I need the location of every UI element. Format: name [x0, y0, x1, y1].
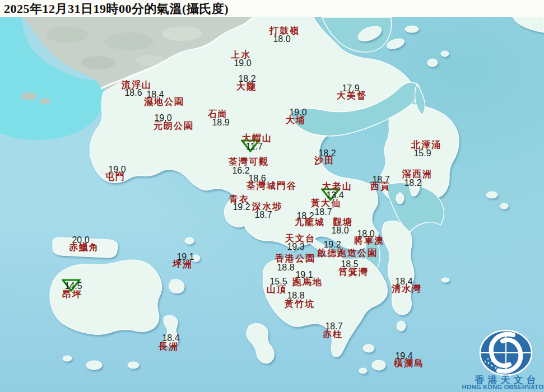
logo-english-text: HONG KONG OBSERVATORY: [451, 384, 544, 390]
soko-islands: [86, 361, 102, 370]
kau-sai-chau-island: [409, 169, 420, 197]
hei-ling-chau-island: [169, 279, 184, 293]
po-toi-island: [363, 344, 374, 352]
ninepin-islands: [486, 192, 497, 198]
lantau-island: [50, 260, 162, 334]
title-bar: 2025年12月31日19時00分的氣溫(攝氏度): [0, 0, 544, 17]
tung-lung-island: [397, 321, 406, 331]
hko-temperature-map-page: 2025年12月31日19時00分的氣溫(攝氏度) 18.0打鼓嶺19.0上水1…: [0, 0, 544, 392]
hko-logo: [480, 330, 532, 375]
page-title: 2025年12月31日19時00分的氣溫(攝氏度): [4, 1, 229, 17]
hong-kong-map: [0, 0, 544, 392]
ma-wan-island: [185, 237, 194, 244]
peng-chau-island: [191, 255, 200, 262]
tap-mun-island: [427, 59, 438, 67]
sharp-island: [396, 193, 404, 204]
airport-platform: [53, 237, 118, 258]
